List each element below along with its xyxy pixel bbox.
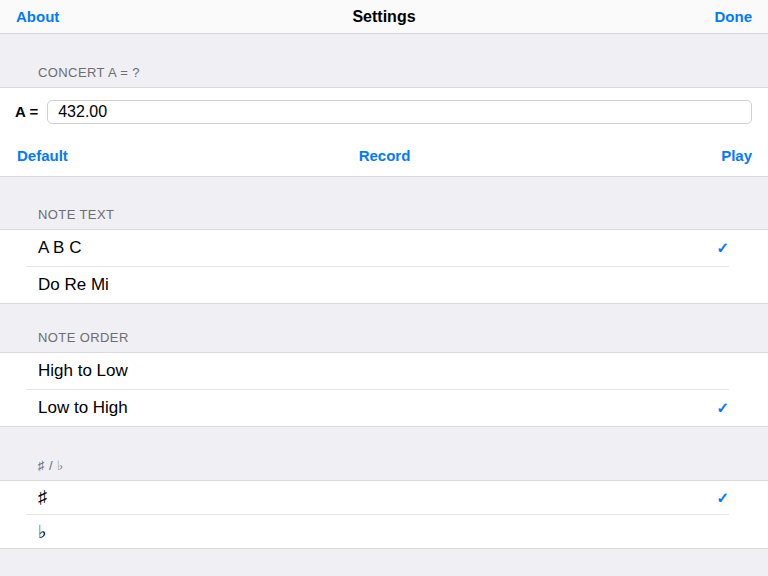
note-text-group: A B C ✓ Do Re Mi ✓ (0, 229, 768, 304)
frequency-field-row: A = (0, 88, 768, 135)
about-button[interactable]: About (16, 8, 59, 25)
done-button[interactable]: Done (715, 8, 753, 25)
option-low-to-high-label: Low to High (38, 398, 128, 418)
accidental-header-label: ♯ / ♭ (38, 458, 63, 473)
note-order-section-header: NOTE ORDER (0, 304, 768, 352)
concert-a-actions-row: Default Record Play (0, 135, 768, 176)
option-sharp[interactable]: ♯ ✓ (0, 481, 768, 514)
option-abc[interactable]: A B C ✓ (0, 230, 768, 266)
frequency-input[interactable] (47, 100, 752, 124)
option-flat-label: ♭ (38, 521, 47, 543)
option-flat[interactable]: ♭ ✓ (0, 515, 768, 548)
note-text-header-label: NOTE TEXT (38, 207, 114, 222)
note-order-header-label: NOTE ORDER (38, 330, 129, 345)
checkmark-icon: ✓ (716, 399, 729, 417)
checkmark-icon: ✓ (716, 489, 729, 507)
concert-a-header-label: CONCERT A = ? (38, 65, 140, 80)
default-button[interactable]: Default (17, 147, 262, 164)
footer-spacer (0, 549, 768, 576)
option-doremi[interactable]: Do Re Mi ✓ (0, 267, 768, 303)
page-title: Settings (0, 8, 768, 26)
note-order-group: High to Low ✓ Low to High ✓ (0, 352, 768, 427)
play-button[interactable]: Play (507, 147, 752, 164)
checkmark-icon: ✓ (716, 239, 729, 257)
concert-a-section-header: CONCERT A = ? (0, 34, 768, 87)
accidental-group: ♯ ✓ ♭ ✓ (0, 480, 768, 549)
option-doremi-label: Do Re Mi (38, 275, 109, 295)
navigation-bar: About Settings Done (0, 0, 768, 34)
concert-a-group: A = Default Record Play (0, 87, 768, 177)
note-text-section-header: NOTE TEXT (0, 177, 768, 229)
record-button[interactable]: Record (262, 147, 507, 164)
option-low-to-high[interactable]: Low to High ✓ (0, 390, 768, 426)
option-sharp-label: ♯ (38, 487, 47, 508)
frequency-field-label: A = (15, 103, 38, 120)
option-high-to-low-label: High to Low (38, 361, 128, 381)
accidental-section-header: ♯ / ♭ (0, 427, 768, 480)
option-abc-label: A B C (38, 238, 81, 258)
option-high-to-low[interactable]: High to Low ✓ (0, 353, 768, 389)
